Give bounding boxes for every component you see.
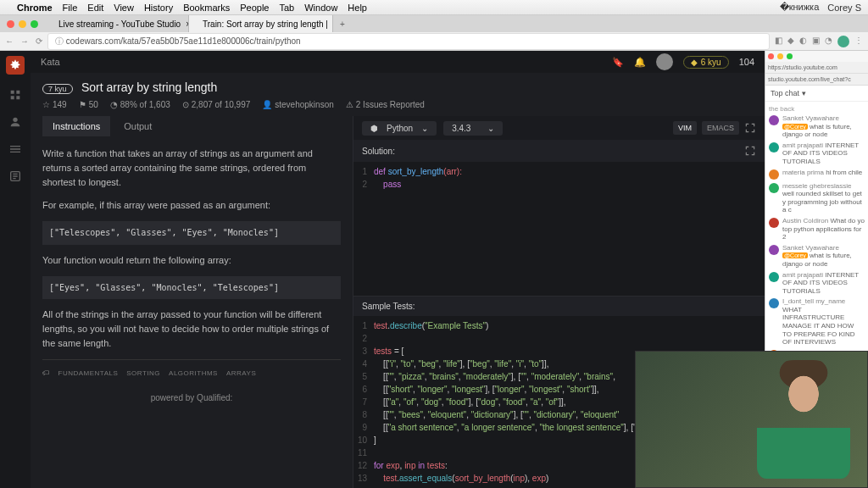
chat-avatar bbox=[769, 272, 779, 282]
menu-history[interactable]: History bbox=[144, 3, 173, 13]
expand-icon[interactable] bbox=[744, 145, 756, 157]
url-input[interactable]: ⓘ codewars.com/kata/57ea5b0b75ae11d1e800… bbox=[47, 33, 770, 50]
kata-header: 7 kyu Sort array by string length ☆ 149 … bbox=[31, 73, 765, 116]
desc-tabs: Instructions Output bbox=[42, 116, 341, 136]
codewars-logo[interactable] bbox=[6, 56, 25, 75]
reload-button[interactable]: ⟳ bbox=[36, 36, 42, 46]
description-pane: Instructions Output Write a function tha… bbox=[31, 116, 353, 488]
extension-icon[interactable]: ▣ bbox=[812, 36, 820, 47]
minimize-window-icon[interactable] bbox=[777, 53, 783, 59]
kata-breadcrumb[interactable]: Kata bbox=[41, 57, 60, 67]
stat-stars[interactable]: ☆ 149 bbox=[42, 100, 67, 109]
fullscreen-icon[interactable] bbox=[744, 122, 756, 134]
tag[interactable]: FUNDAMENTALS bbox=[58, 369, 119, 379]
code-example-2: ["Eyes", "Glasses", "Monocles", "Telesco… bbox=[42, 276, 341, 300]
extension-icon[interactable]: ◧ bbox=[775, 36, 782, 47]
tab-label: Live streaming - YouTube Studio bbox=[58, 19, 181, 29]
wifi-icon[interactable]: �книжка bbox=[780, 2, 820, 13]
desc-p1: Write a function that takes an array of … bbox=[42, 147, 341, 190]
menu-file[interactable]: File bbox=[63, 3, 78, 13]
stat-bookmarks[interactable]: ⚑ 50 bbox=[79, 100, 98, 109]
svg-point-0 bbox=[13, 118, 17, 122]
menu-tab[interactable]: Tab bbox=[279, 3, 294, 13]
sidebar-icon[interactable] bbox=[8, 169, 22, 183]
profile-avatar[interactable] bbox=[837, 36, 849, 47]
desc-p2: For example, if this array were passed a… bbox=[42, 198, 341, 213]
extension-icon[interactable]: ◐ bbox=[799, 36, 807, 47]
new-tab-button[interactable]: + bbox=[333, 19, 352, 29]
extension-icon[interactable]: ◆ bbox=[787, 36, 794, 47]
language-dropdown[interactable]: ⬢ Python ⌄ bbox=[362, 121, 437, 136]
sidebar-icon[interactable] bbox=[8, 115, 22, 129]
solution-editor[interactable]: 1def sort_by_length(arr):2 pass bbox=[353, 162, 765, 296]
maximize-window-icon[interactable] bbox=[31, 20, 38, 28]
desc-p3: Your function would return the following… bbox=[42, 253, 341, 268]
sidebar-icon[interactable] bbox=[8, 142, 22, 156]
sidebar-icon[interactable] bbox=[8, 88, 22, 102]
stat-satisfaction[interactable]: ◔ 88% of 1,603 bbox=[110, 100, 170, 109]
bell-icon[interactable]: 🔔 bbox=[634, 57, 646, 68]
mac-menubar: Chrome File Edit View History Bookmarks … bbox=[0, 0, 868, 15]
yt-url-1[interactable]: https://studio.youtube.com bbox=[765, 62, 868, 74]
tag[interactable]: ARRAYS bbox=[226, 369, 256, 379]
tab-label: Train: Sort array by string length | bbox=[203, 19, 328, 29]
browser-tab-youtube[interactable]: Live streaming - YouTube Studio × bbox=[45, 15, 189, 32]
tab-instructions[interactable]: Instructions bbox=[42, 116, 110, 136]
version-dropdown[interactable]: 3.4.3 ⌄ bbox=[443, 121, 503, 136]
chat-message: materia prima hi from chile bbox=[769, 169, 865, 180]
keymap-vim[interactable]: VIM bbox=[673, 121, 697, 135]
user-avatar[interactable] bbox=[656, 53, 673, 70]
yt-window-controls bbox=[765, 51, 868, 62]
chat-message: Sanket Vyawahare @Corey what is future, … bbox=[769, 114, 865, 139]
chevron-down-icon: ⌄ bbox=[421, 124, 428, 133]
browser-tab-strip: Live streaming - YouTube Studio × Train:… bbox=[0, 15, 868, 32]
chat-message: amit prajapati INTERNET OF AND ITS VIDEO… bbox=[769, 271, 865, 296]
webcam-overlay bbox=[635, 351, 868, 488]
cw-sidebar bbox=[0, 51, 31, 488]
menu-bookmarks[interactable]: Bookmarks bbox=[183, 3, 230, 13]
tab-output[interactable]: Output bbox=[114, 116, 162, 136]
close-window-icon[interactable] bbox=[7, 20, 14, 28]
chat-header[interactable]: Top chat ▾ bbox=[765, 86, 868, 102]
tag-icon: 🏷 bbox=[42, 369, 50, 379]
chat-avatar bbox=[769, 245, 779, 255]
bookmark-icon[interactable]: 🔖 bbox=[612, 57, 624, 68]
back-button[interactable]: ← bbox=[5, 36, 14, 46]
chat-message: I_dont_tell my_name WHAT INFRASTRUCTURE … bbox=[769, 297, 865, 347]
menu-edit[interactable]: Edit bbox=[87, 3, 103, 13]
honor-points: 104 bbox=[739, 57, 754, 67]
close-window-icon[interactable] bbox=[768, 53, 774, 59]
chat-message: messele ghebreslassie well rounded skill… bbox=[769, 182, 865, 214]
chrome-menu-icon[interactable]: ⋮ bbox=[854, 36, 863, 47]
honor-pill[interactable]: ◆ 6 kyu bbox=[683, 56, 729, 69]
maximize-window-icon[interactable] bbox=[787, 53, 793, 59]
code-example-1: ["Telescopes", "Glasses", "Eyes", "Monoc… bbox=[42, 221, 341, 245]
tag[interactable]: ALGORITHMS bbox=[169, 369, 218, 379]
stat-issues[interactable]: ⚠ 2 Issues Reported bbox=[346, 100, 425, 109]
menu-window[interactable]: Window bbox=[304, 3, 337, 13]
chat-avatar bbox=[769, 298, 779, 308]
menu-help[interactable]: Help bbox=[348, 3, 367, 13]
chat-avatar bbox=[769, 142, 779, 152]
yt-url-2[interactable]: studio.youtube.com/live_chat?c bbox=[765, 74, 868, 86]
menu-chrome[interactable]: Chrome bbox=[17, 3, 53, 13]
tag[interactable]: SORTING bbox=[126, 369, 160, 379]
chat-avatar bbox=[769, 115, 779, 125]
stat-author[interactable]: 👤 stevehopkinson bbox=[262, 100, 334, 109]
keymap-emacs[interactable]: EMACS bbox=[702, 121, 739, 135]
minimize-window-icon[interactable] bbox=[19, 20, 26, 28]
browser-tab-codewars[interactable]: Train: Sort array by string length | × bbox=[189, 15, 333, 32]
menu-people[interactable]: People bbox=[240, 3, 269, 13]
desc-p4: All of the strings in the array passed t… bbox=[42, 308, 341, 351]
chat-fragment: the back bbox=[769, 103, 865, 114]
menu-view[interactable]: View bbox=[114, 3, 134, 13]
extension-icon[interactable]: ◔ bbox=[825, 36, 832, 47]
editor-toolbar: ⬢ Python ⌄ 3.4.3 ⌄ VIM EMACS bbox=[353, 116, 765, 140]
kyu-badge: 7 kyu bbox=[42, 84, 73, 94]
qualified-label: powered by Qualified: bbox=[42, 391, 341, 405]
user-name[interactable]: Corey S bbox=[827, 3, 861, 13]
chat-message: Austin Coldiron What do yo top python ap… bbox=[769, 217, 865, 241]
stat-completed[interactable]: ⊙ 2,807 of 10,997 bbox=[182, 100, 251, 109]
tests-label: Sample Tests: bbox=[353, 297, 765, 316]
forward-button[interactable]: → bbox=[20, 36, 29, 46]
